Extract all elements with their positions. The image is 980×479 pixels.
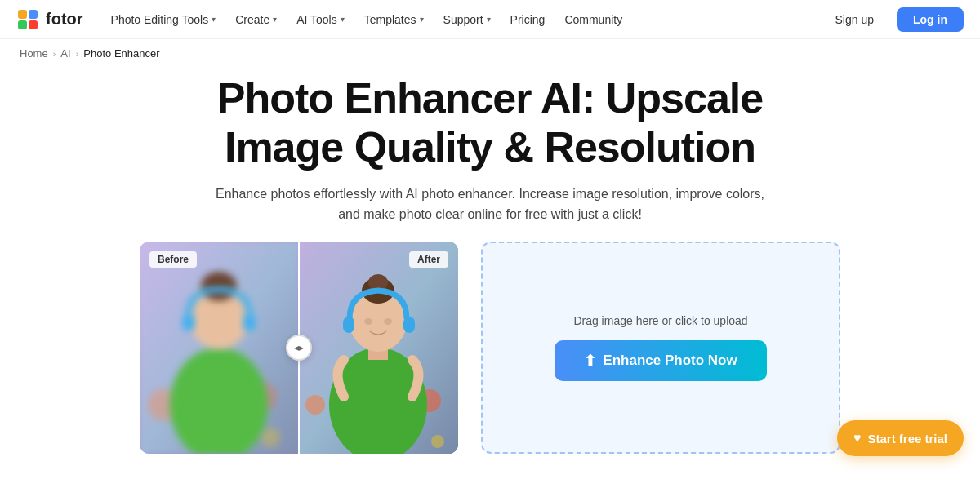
nav-right: Sign up Log in [822,7,964,32]
chevron-down-icon: ▾ [487,15,491,24]
upload-area[interactable]: Drag image here or click to upload ⬆ Enh… [481,242,840,454]
chevron-down-icon: ▾ [212,15,216,24]
breadcrumb-current: Photo Enhancer [83,47,159,60]
svg-point-16 [305,395,325,415]
svg-rect-28 [403,317,415,333]
svg-rect-27 [343,317,354,333]
main-content: Photo Enhancer AI: Upscale Image Quality… [0,68,980,454]
nav-templates[interactable]: Templates ▾ [356,8,432,31]
before-after-image: Before After ◂▸ [140,242,458,454]
sign-up-button[interactable]: Sign up [822,7,887,32]
nav-links: Photo Editing Tools ▾ Create ▾ AI Tools … [103,8,822,31]
page-title: Photo Enhancer AI: Upscale Image Quality… [155,74,825,172]
svg-rect-4 [29,20,38,29]
svg-point-26 [384,318,392,325]
svg-rect-14 [243,313,256,331]
nav-support[interactable]: Support ▾ [435,8,499,31]
chevron-down-icon: ▾ [420,15,424,24]
breadcrumb-ai[interactable]: AI [60,47,70,60]
nav-photo-editing-tools[interactable]: Photo Editing Tools ▾ [103,8,225,31]
content-row: Before After ◂▸ Drag image here or click… [0,242,980,454]
fotor-logo-icon [16,8,39,31]
heart-icon: ♥ [853,431,862,446]
nav-pricing[interactable]: Pricing [502,8,554,31]
after-label: After [409,251,448,268]
svg-rect-13 [182,313,195,331]
log-in-button[interactable]: Log in [897,7,964,32]
breadcrumb-separator: › [76,49,79,59]
breadcrumb: Home › AI › Photo Enhancer [0,39,980,68]
chevron-down-icon: ▾ [273,15,277,24]
navbar: fotor Photo Editing Tools ▾ Create ▾ AI … [0,0,980,39]
after-half [299,242,458,454]
breadcrumb-home[interactable]: Home [20,47,48,60]
upload-icon: ⬆ [584,352,596,370]
enhance-photo-button[interactable]: ⬆ Enhance Photo Now [555,340,767,381]
nav-create[interactable]: Create ▾ [227,8,285,31]
hero-subtitle: Enhance photos effortlessly with AI phot… [212,184,768,225]
brand-name: fotor [46,10,83,29]
svg-rect-2 [29,10,38,19]
start-free-trial-button[interactable]: ♥ Start free trial [837,420,964,456]
breadcrumb-separator: › [53,49,56,59]
before-person-svg [140,242,299,454]
nav-ai-tools[interactable]: AI Tools ▾ [288,8,353,31]
ba-image-wrapper: Before After ◂▸ [140,242,458,454]
before-after-handle[interactable]: ◂▸ [286,335,312,361]
logo[interactable]: fotor [16,8,83,31]
svg-point-25 [364,318,372,325]
before-label: Before [149,251,197,268]
svg-point-19 [431,435,444,448]
svg-point-9 [261,428,280,447]
svg-rect-1 [18,10,27,19]
chevron-down-icon: ▾ [341,15,345,24]
after-person-svg [299,242,458,454]
upload-drag-text: Drag image here or click to upload [573,314,747,327]
svg-rect-3 [18,20,27,29]
before-half [140,242,299,454]
nav-community[interactable]: Community [556,8,630,31]
